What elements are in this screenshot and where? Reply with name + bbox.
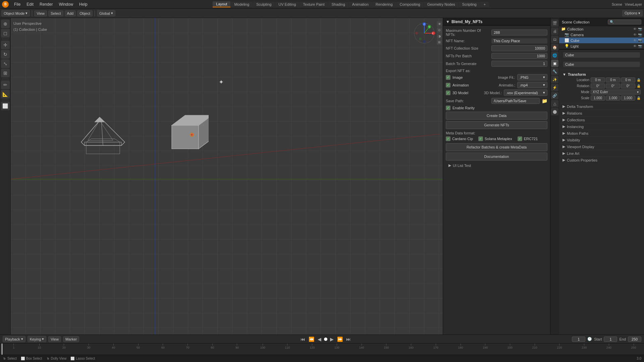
location-lock-icon[interactable]: 🔒: [637, 78, 641, 82]
line-art-section[interactable]: ▶ Line Art: [560, 150, 643, 157]
prop-constraints-icon[interactable]: 🔗: [551, 92, 558, 99]
measure-tool[interactable]: 📐: [1, 90, 10, 99]
tab-scripting[interactable]: Scripting: [459, 2, 480, 7]
end-frame-input[interactable]: 250: [628, 337, 641, 342]
rotation-y[interactable]: 0°: [606, 83, 620, 88]
timeline-playhead[interactable]: [2, 344, 2, 355]
transform-dropdown[interactable]: Global ▾: [97, 10, 115, 16]
cube-render-icon[interactable]: 📷: [638, 39, 642, 42]
transform-tool[interactable]: ⊞: [1, 69, 10, 77]
animation-checkbox[interactable]: ✓: [446, 83, 450, 87]
nav-gizmo[interactable]: X Y Z: [413, 21, 436, 45]
viewport-overlay-icon[interactable]: ⊙: [437, 27, 442, 33]
menu-file[interactable]: File: [11, 1, 23, 7]
prev-keyframe-btn[interactable]: ⏪: [308, 337, 315, 342]
move-tool[interactable]: ✛: [1, 41, 10, 49]
prop-particles-icon[interactable]: ✨: [551, 76, 558, 83]
timeline-ruler[interactable]: 1102030405060708090100110120130140150160…: [0, 344, 644, 355]
cardano-checkbox[interactable]: ✓: [446, 136, 450, 141]
refactor-btn[interactable]: Refactor Batches & create MetaData: [446, 143, 547, 151]
image-checkbox[interactable]: ✓: [446, 75, 450, 80]
playback-dropdown[interactable]: Playback ▾: [3, 336, 25, 342]
scale-lock-icon[interactable]: 🔒: [637, 96, 641, 100]
scale-y[interactable]: 1.000: [606, 96, 620, 101]
rotation-lock-icon[interactable]: 🔒: [637, 84, 641, 88]
visibility-icon[interactable]: 👁: [633, 27, 637, 31]
model-3d-file-dropdown[interactable]: .vox (Experimental) ▾: [504, 89, 547, 96]
current-frame-input[interactable]: 1: [572, 337, 585, 342]
model-3d-checkbox[interactable]: ✓: [446, 90, 450, 95]
transform-header[interactable]: ▼ Transform: [562, 71, 641, 77]
outliner-item-camera[interactable]: 📷 Camera 👁 📷: [559, 32, 644, 38]
rarity-checkbox[interactable]: ✓: [446, 106, 450, 110]
prop-scene-icon[interactable]: 🏠: [551, 44, 558, 51]
annotate-tool[interactable]: ✏: [1, 80, 10, 89]
nft-panel-header[interactable]: ▼ Blend_My_NFTs: [443, 18, 550, 26]
rotation-x[interactable]: 0°: [591, 83, 605, 88]
tab-geometry-nodes[interactable]: Geometry Nodes: [424, 2, 459, 7]
keying-dropdown[interactable]: Keying ▾: [28, 336, 47, 342]
tl-marker-btn[interactable]: Marker: [63, 336, 79, 342]
ui-list-test[interactable]: ▶ UI List Test: [446, 162, 547, 169]
object-name-input[interactable]: [563, 52, 640, 58]
tab-compositing[interactable]: Compositing: [396, 2, 424, 7]
location-x[interactable]: 0 m: [591, 77, 605, 82]
object-btn[interactable]: Object: [77, 10, 93, 16]
tab-rendering[interactable]: Rendering: [372, 2, 396, 7]
viewport-perspective-icon[interactable]: 👁: [437, 21, 442, 27]
next-keyframe-btn[interactable]: ⏩: [336, 337, 343, 342]
prop-material-icon[interactable]: ⬤: [551, 108, 558, 115]
outliner-item-collection[interactable]: 📁 Collection 👁 📷: [559, 26, 644, 32]
tab-sculpting[interactable]: Sculpting: [253, 2, 275, 7]
light-object[interactable]: ✦: [219, 78, 224, 86]
instancing-section[interactable]: ▶ Instancing: [560, 123, 643, 130]
camera-render-icon[interactable]: 📷: [638, 33, 642, 37]
tab-texture-paint[interactable]: Texture Paint: [300, 2, 328, 7]
tab-uv-editing[interactable]: UV Editing: [275, 2, 299, 7]
menu-help[interactable]: Help: [76, 1, 90, 7]
prop-world-icon[interactable]: 🌐: [551, 52, 558, 59]
scale-x[interactable]: 1.000: [591, 96, 605, 101]
motion-paths-section[interactable]: ▶ Motion Paths: [560, 130, 643, 136]
viewport-gizmo-icon[interactable]: ⊞: [437, 40, 442, 45]
add-cube-tool[interactable]: ⬜: [1, 102, 10, 110]
generate-nfts-btn[interactable]: Generate NFTs: [446, 121, 547, 129]
custom-properties-section[interactable]: ▶ Custom Properties: [560, 157, 643, 163]
tl-view-btn[interactable]: View: [48, 336, 61, 342]
select-btn[interactable]: Select: [48, 10, 63, 16]
scale-z[interactable]: 1.000: [621, 96, 635, 101]
cube-object[interactable]: [165, 109, 209, 156]
rotation-mode-dropdown[interactable]: XYZ Euler ▾: [591, 89, 641, 95]
tab-animation[interactable]: Animation: [349, 2, 372, 7]
outliner-search-input[interactable]: [608, 19, 641, 24]
add-btn[interactable]: Add: [65, 10, 76, 16]
viewport-shading-icon[interactable]: ◑: [437, 34, 442, 39]
light-vis-icon[interactable]: 👁: [633, 44, 637, 48]
options-btn[interactable]: Options ▾: [622, 10, 643, 16]
prop-output-icon[interactable]: 🖨: [551, 27, 558, 35]
cursor-tool[interactable]: ⊕: [1, 19, 10, 28]
prop-modifier-icon[interactable]: 🔧: [551, 68, 558, 75]
prop-render-icon[interactable]: 🎬: [551, 19, 558, 27]
animation-file-dropdown[interactable]: .mp4 ▾: [517, 82, 547, 88]
location-y[interactable]: 0 m: [606, 77, 620, 82]
location-z[interactable]: 0 m: [621, 77, 635, 82]
menu-edit[interactable]: Edit: [24, 1, 36, 7]
tab-add[interactable]: +: [480, 2, 489, 7]
jump-end-btn[interactable]: ⏭: [345, 337, 352, 342]
tab-layout[interactable]: Layout: [213, 1, 230, 7]
prop-data-icon[interactable]: △: [551, 100, 558, 107]
prop-physics-icon[interactable]: ⚡: [551, 84, 558, 91]
delta-transform-section[interactable]: ▶ Delta Transform: [560, 103, 643, 110]
render-icon[interactable]: 📷: [638, 27, 642, 31]
relations-section[interactable]: ▶ Relations: [560, 110, 643, 116]
nft-name-input[interactable]: [491, 38, 547, 44]
menu-render[interactable]: Render: [37, 1, 55, 7]
next-frame-btn[interactable]: ▶: [329, 337, 334, 342]
outliner-item-light[interactable]: 💡 Light 👁 📷: [559, 43, 644, 49]
cube-vis-icon[interactable]: 👁: [633, 39, 637, 42]
erc721-checkbox[interactable]: ✓: [518, 136, 522, 141]
image-file-dropdown[interactable]: .PNG ▾: [517, 74, 547, 80]
rotation-z[interactable]: 0°: [621, 83, 635, 88]
save-path-browse-icon[interactable]: 📁: [542, 98, 547, 104]
